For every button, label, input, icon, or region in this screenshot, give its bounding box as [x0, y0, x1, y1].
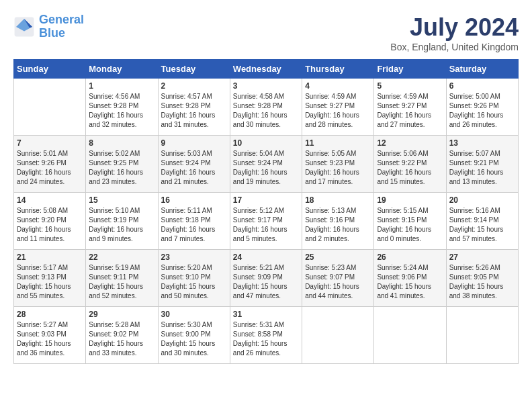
- week-row-1: 1Sunrise: 4:56 AM Sunset: 9:28 PM Daylig…: [14, 79, 519, 136]
- day-number: 7: [17, 138, 83, 148]
- logo: General Blue: [13, 13, 84, 40]
- calendar-cell: 12Sunrise: 5:06 AM Sunset: 9:22 PM Dayli…: [374, 136, 446, 193]
- calendar-cell: 25Sunrise: 5:23 AM Sunset: 9:07 PM Dayli…: [302, 250, 374, 307]
- day-info: Sunrise: 5:00 AM Sunset: 9:26 PM Dayligh…: [449, 92, 515, 130]
- day-info: Sunrise: 4:56 AM Sunset: 9:28 PM Dayligh…: [89, 92, 154, 130]
- calendar-table: SundayMondayTuesdayWednesdayThursdayFrid…: [13, 59, 519, 364]
- calendar-cell: 30Sunrise: 5:30 AM Sunset: 9:00 PM Dayli…: [158, 307, 230, 364]
- calendar-cell: 3Sunrise: 4:58 AM Sunset: 9:28 PM Daylig…: [230, 79, 302, 136]
- day-number: 26: [377, 253, 443, 262]
- month-title: July 2024: [390, 13, 519, 42]
- day-number: 23: [161, 253, 227, 262]
- calendar-cell: [374, 307, 446, 364]
- day-info: Sunrise: 5:20 AM Sunset: 9:10 PM Dayligh…: [161, 263, 227, 301]
- calendar-cell: 2Sunrise: 4:57 AM Sunset: 9:28 PM Daylig…: [158, 79, 230, 136]
- day-info: Sunrise: 5:11 AM Sunset: 9:18 PM Dayligh…: [161, 206, 227, 244]
- day-number: 9: [161, 138, 227, 148]
- day-number: 5: [377, 81, 443, 91]
- day-header-monday: Monday: [86, 60, 158, 79]
- calendar-cell: 1Sunrise: 4:56 AM Sunset: 9:28 PM Daylig…: [86, 79, 158, 136]
- calendar-cell: [302, 307, 374, 364]
- day-info: Sunrise: 5:31 AM Sunset: 8:58 PM Dayligh…: [233, 320, 299, 358]
- day-info: Sunrise: 5:03 AM Sunset: 9:24 PM Dayligh…: [161, 149, 227, 187]
- calendar-cell: 22Sunrise: 5:19 AM Sunset: 9:11 PM Dayli…: [86, 250, 158, 307]
- day-number: 17: [233, 195, 299, 205]
- calendar-cell: 23Sunrise: 5:20 AM Sunset: 9:10 PM Dayli…: [158, 250, 230, 307]
- day-number: 21: [17, 253, 83, 262]
- day-number: 12: [377, 138, 443, 148]
- day-info: Sunrise: 5:04 AM Sunset: 9:24 PM Dayligh…: [233, 149, 299, 187]
- week-row-2: 7Sunrise: 5:01 AM Sunset: 9:26 PM Daylig…: [14, 136, 519, 193]
- day-number: 14: [17, 195, 83, 205]
- logo-text: General Blue: [39, 13, 84, 40]
- day-number: 24: [233, 253, 299, 262]
- day-info: Sunrise: 5:27 AM Sunset: 9:03 PM Dayligh…: [17, 320, 83, 358]
- day-number: 30: [161, 310, 227, 319]
- day-info: Sunrise: 5:10 AM Sunset: 9:19 PM Dayligh…: [89, 206, 154, 244]
- calendar-cell: 4Sunrise: 4:59 AM Sunset: 9:27 PM Daylig…: [302, 79, 374, 136]
- day-info: Sunrise: 5:13 AM Sunset: 9:16 PM Dayligh…: [305, 206, 371, 244]
- day-header-tuesday: Tuesday: [158, 60, 230, 79]
- calendar-cell: 18Sunrise: 5:13 AM Sunset: 9:16 PM Dayli…: [302, 193, 374, 250]
- title-section: July 2024 Box, England, United Kingdom: [390, 13, 519, 52]
- calendar-cell: 14Sunrise: 5:08 AM Sunset: 9:20 PM Dayli…: [14, 193, 86, 250]
- calendar-cell: [446, 307, 518, 364]
- day-number: 3: [233, 81, 299, 91]
- day-info: Sunrise: 4:57 AM Sunset: 9:28 PM Dayligh…: [161, 92, 227, 130]
- day-number: 13: [449, 138, 515, 148]
- day-header-saturday: Saturday: [446, 60, 518, 79]
- day-number: 19: [377, 195, 443, 205]
- calendar-cell: [14, 79, 86, 136]
- day-header-friday: Friday: [374, 60, 446, 79]
- day-header-sunday: Sunday: [14, 60, 86, 79]
- calendar-cell: 31Sunrise: 5:31 AM Sunset: 8:58 PM Dayli…: [230, 307, 302, 364]
- day-header-wednesday: Wednesday: [230, 60, 302, 79]
- day-number: 18: [305, 195, 371, 205]
- day-info: Sunrise: 4:59 AM Sunset: 9:27 PM Dayligh…: [305, 92, 371, 130]
- day-info: Sunrise: 5:06 AM Sunset: 9:22 PM Dayligh…: [377, 149, 443, 187]
- calendar-cell: 6Sunrise: 5:00 AM Sunset: 9:26 PM Daylig…: [446, 79, 518, 136]
- day-info: Sunrise: 5:30 AM Sunset: 9:00 PM Dayligh…: [161, 320, 227, 358]
- week-row-4: 21Sunrise: 5:17 AM Sunset: 9:13 PM Dayli…: [14, 250, 519, 307]
- day-number: 28: [17, 310, 83, 319]
- calendar-cell: 11Sunrise: 5:05 AM Sunset: 9:23 PM Dayli…: [302, 136, 374, 193]
- calendar-cell: 16Sunrise: 5:11 AM Sunset: 9:18 PM Dayli…: [158, 193, 230, 250]
- day-number: 29: [89, 310, 154, 319]
- calendar-cell: 13Sunrise: 5:07 AM Sunset: 9:21 PM Dayli…: [446, 136, 518, 193]
- day-number: 31: [233, 310, 299, 319]
- day-number: 8: [89, 138, 154, 148]
- day-number: 10: [233, 138, 299, 148]
- day-info: Sunrise: 5:16 AM Sunset: 9:14 PM Dayligh…: [449, 206, 515, 244]
- day-number: 22: [89, 253, 154, 262]
- day-number: 15: [89, 195, 154, 205]
- calendar-cell: 7Sunrise: 5:01 AM Sunset: 9:26 PM Daylig…: [14, 136, 86, 193]
- day-info: Sunrise: 5:24 AM Sunset: 9:06 PM Dayligh…: [377, 263, 443, 301]
- day-number: 27: [449, 253, 515, 262]
- day-number: 20: [449, 195, 515, 205]
- calendar-cell: 15Sunrise: 5:10 AM Sunset: 9:19 PM Dayli…: [86, 193, 158, 250]
- day-info: Sunrise: 5:01 AM Sunset: 9:26 PM Dayligh…: [17, 149, 83, 187]
- location: Box, England, United Kingdom: [390, 42, 519, 52]
- day-number: 16: [161, 195, 227, 205]
- day-info: Sunrise: 5:21 AM Sunset: 9:09 PM Dayligh…: [233, 263, 299, 301]
- logo-icon: [13, 16, 35, 38]
- day-number: 11: [305, 138, 371, 148]
- day-number: 4: [305, 81, 371, 91]
- day-info: Sunrise: 5:15 AM Sunset: 9:15 PM Dayligh…: [377, 206, 443, 244]
- day-info: Sunrise: 5:26 AM Sunset: 9:05 PM Dayligh…: [449, 263, 515, 301]
- day-info: Sunrise: 5:17 AM Sunset: 9:13 PM Dayligh…: [17, 263, 83, 301]
- day-info: Sunrise: 5:08 AM Sunset: 9:20 PM Dayligh…: [17, 206, 83, 244]
- calendar-cell: 29Sunrise: 5:28 AM Sunset: 9:02 PM Dayli…: [86, 307, 158, 364]
- day-info: Sunrise: 4:59 AM Sunset: 9:27 PM Dayligh…: [377, 92, 443, 130]
- week-row-3: 14Sunrise: 5:08 AM Sunset: 9:20 PM Dayli…: [14, 193, 519, 250]
- calendar-cell: 8Sunrise: 5:02 AM Sunset: 9:25 PM Daylig…: [86, 136, 158, 193]
- day-info: Sunrise: 5:07 AM Sunset: 9:21 PM Dayligh…: [449, 149, 515, 187]
- day-info: Sunrise: 5:19 AM Sunset: 9:11 PM Dayligh…: [89, 263, 154, 301]
- calendar-cell: 10Sunrise: 5:04 AM Sunset: 9:24 PM Dayli…: [230, 136, 302, 193]
- week-row-5: 28Sunrise: 5:27 AM Sunset: 9:03 PM Dayli…: [14, 307, 519, 364]
- calendar-cell: 28Sunrise: 5:27 AM Sunset: 9:03 PM Dayli…: [14, 307, 86, 364]
- calendar-cell: 19Sunrise: 5:15 AM Sunset: 9:15 PM Dayli…: [374, 193, 446, 250]
- day-info: Sunrise: 5:12 AM Sunset: 9:17 PM Dayligh…: [233, 206, 299, 244]
- calendar-cell: 9Sunrise: 5:03 AM Sunset: 9:24 PM Daylig…: [158, 136, 230, 193]
- day-info: Sunrise: 5:05 AM Sunset: 9:23 PM Dayligh…: [305, 149, 371, 187]
